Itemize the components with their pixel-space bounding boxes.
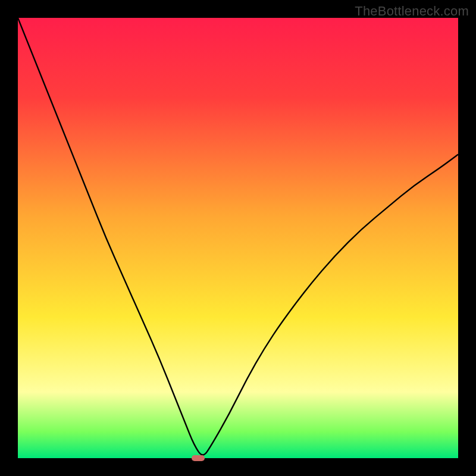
bottleneck-curve-path bbox=[18, 18, 458, 455]
watermark-text: TheBottleneck.com bbox=[355, 4, 469, 19]
optimal-point-marker bbox=[192, 455, 205, 461]
chart-stage: TheBottleneck.com bbox=[0, 0, 476, 476]
plot-area bbox=[18, 18, 458, 458]
bottleneck-curve bbox=[18, 18, 458, 458]
